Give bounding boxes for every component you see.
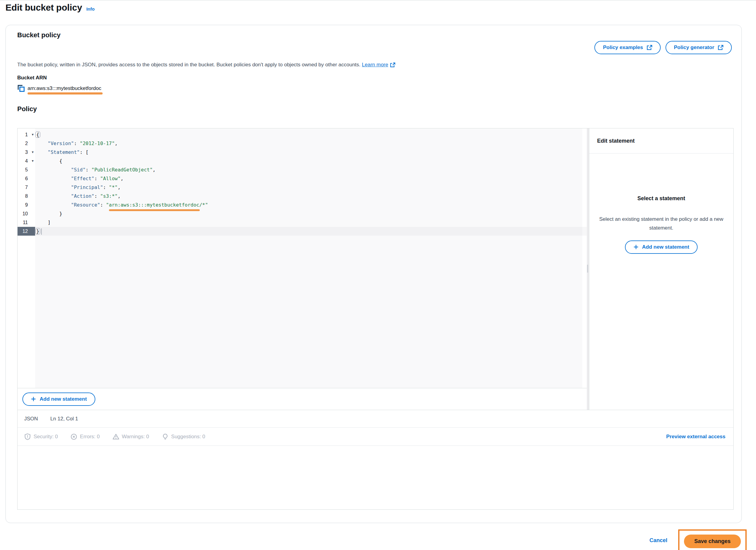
- suggestions-count-label: Suggestions: 0: [171, 434, 205, 440]
- code-line-10[interactable]: 10 }: [18, 209, 587, 218]
- policy-editor-box: 1▾{2 "Version": "2012-10-17",3▾ "Stateme…: [17, 128, 734, 510]
- code-line-7[interactable]: 7 "Principal": "*",: [18, 183, 587, 192]
- line-number: 8: [18, 192, 35, 200]
- preview-external-access-link[interactable]: Preview external access: [666, 434, 725, 440]
- add-new-statement-label: Add new statement: [40, 396, 87, 402]
- warnings-count: Warnings: 0: [113, 433, 149, 440]
- fold-arrow-icon[interactable]: ▾: [32, 148, 34, 156]
- panel-resize-handle[interactable]: [587, 128, 589, 410]
- code-line-9[interactable]: 9 "Resource": "arn:aws:s3:::mytestbucket…: [18, 200, 587, 209]
- cursor-position-label: Ln 12, Col 1: [50, 416, 78, 422]
- edit-statement-panel: Edit statement Select a statement Select…: [589, 128, 733, 410]
- container-title: Bucket policy: [17, 31, 61, 39]
- line-number: 9: [18, 200, 35, 209]
- line-number: 1▾: [18, 130, 35, 139]
- editor-row: 1▾{2 "Version": "2012-10-17",3▾ "Stateme…: [18, 128, 733, 410]
- resize-grip-icon: [587, 265, 588, 272]
- code-line-3[interactable]: 3▾ "Statement": [: [18, 148, 587, 156]
- policy-examples-label: Policy examples: [603, 44, 643, 51]
- plus-icon: [31, 397, 36, 402]
- suggestions-count: Suggestions: 0: [162, 433, 205, 440]
- code-line-text: "Effect": "Allow",: [35, 174, 123, 183]
- code-line-text: "Resource": "arn:aws:s3:::mytestbucketfo…: [35, 200, 208, 209]
- code-line-1[interactable]: 1▾{: [18, 130, 587, 139]
- description-text: The bucket policy, written in JSON, prov…: [17, 62, 360, 67]
- warnings-count-label: Warnings: 0: [122, 434, 149, 440]
- code-line-5[interactable]: 5 "Sid": "PublicReadGetObject",: [18, 165, 587, 174]
- external-link-icon: [718, 45, 723, 50]
- code-line-text: }: [35, 227, 587, 235]
- save-changes-button[interactable]: Save changes: [684, 535, 741, 548]
- code-line-text: "Sid": "PublicReadGetObject",: [35, 165, 156, 174]
- code-line-text: "Statement": [: [35, 148, 88, 156]
- errors-count-label: Errors: 0: [80, 434, 100, 440]
- bucket-policy-container: Bucket policy Policy examples Policy gen…: [5, 25, 742, 523]
- line-number: 7: [18, 183, 35, 192]
- page-title: Edit bucket policy: [5, 2, 82, 13]
- code-line-text: "Action": "s3:*",: [35, 192, 120, 200]
- code-line-12[interactable]: 12}: [18, 227, 587, 235]
- add-new-statement-button[interactable]: Add new statement: [22, 393, 95, 406]
- container-header-buttons: Policy examples Policy generator: [594, 41, 732, 54]
- code-line-text: ]: [35, 218, 51, 227]
- line-number: 3▾: [18, 148, 35, 156]
- learn-more-link[interactable]: Learn more: [362, 62, 395, 68]
- line-number: 11: [18, 218, 35, 227]
- code-lines: 1▾{2 "Version": "2012-10-17",3▾ "Stateme…: [18, 128, 587, 235]
- code-line-text: {: [35, 156, 62, 165]
- external-link-icon: [390, 62, 395, 67]
- select-statement-title: Select a statement: [637, 195, 685, 202]
- select-statement-description: Select an existing statement in the poli…: [596, 215, 726, 232]
- warning-triangle-icon: [113, 433, 119, 440]
- editor-language-label: JSON: [24, 416, 38, 422]
- text-cursor: [41, 228, 42, 235]
- bucket-arn-label: Bucket ARN: [17, 75, 47, 81]
- panel-add-new-statement-button[interactable]: Add new statement: [625, 240, 698, 254]
- policy-generator-button[interactable]: Policy generator: [666, 41, 732, 54]
- copy-arn-button[interactable]: [17, 84, 25, 92]
- lightbulb-icon: [162, 433, 169, 440]
- policy-generator-label: Policy generator: [674, 44, 714, 51]
- cancel-button[interactable]: Cancel: [649, 537, 667, 544]
- editor-status-bar: JSON Ln 12, Col 1: [18, 410, 733, 427]
- code-line-6[interactable]: 6 "Effect": "Allow",: [18, 174, 587, 183]
- container-description: The bucket policy, written in JSON, prov…: [17, 62, 395, 68]
- annotation-highlight-box: Save changes: [678, 529, 747, 550]
- line-number: 12: [18, 227, 35, 235]
- page-header: Edit bucket policy Info: [5, 2, 95, 13]
- panel-add-new-statement-label: Add new statement: [642, 244, 689, 250]
- code-line-text: }: [35, 209, 62, 218]
- line-number: 5: [18, 165, 35, 174]
- line-number: 4▾: [18, 156, 35, 165]
- code-line-11[interactable]: 11 ]: [18, 218, 587, 227]
- learn-more-label: Learn more: [362, 62, 388, 68]
- fold-arrow-icon[interactable]: ▾: [32, 130, 34, 139]
- code-line-2[interactable]: 2 "Version": "2012-10-17",: [18, 139, 587, 148]
- bucket-arn-row: arn:aws:s3:::mytestbucketfordoc: [17, 84, 101, 92]
- fold-arrow-icon[interactable]: ▾: [32, 156, 34, 165]
- security-count: Security: 0: [24, 433, 58, 440]
- circle-x-icon: [71, 433, 77, 440]
- policy-examples-button[interactable]: Policy examples: [594, 41, 660, 54]
- shield-exclaim-icon: [24, 433, 31, 440]
- edit-statement-body: Select a statement Select an existing st…: [589, 153, 733, 410]
- add-statement-row: Add new statement: [18, 388, 587, 410]
- policy-code-editor[interactable]: 1▾{2 "Version": "2012-10-17",3▾ "Stateme…: [18, 128, 587, 388]
- code-line-text: "Version": "2012-10-17",: [35, 139, 118, 148]
- footer-actions: Cancel Save changes: [649, 529, 747, 550]
- line-number: 10: [18, 209, 35, 218]
- code-line-4[interactable]: 4▾ {: [18, 156, 587, 165]
- plus-icon: [633, 244, 639, 249]
- code-line-text: "Principal": "*",: [35, 183, 120, 192]
- info-link[interactable]: Info: [86, 6, 95, 12]
- bucket-arn-value: arn:aws:s3:::mytestbucketfordoc: [28, 85, 101, 91]
- edit-bucket-policy-page: Edit bucket policy Info Bucket policy Po…: [0, 0, 756, 550]
- code-line-8[interactable]: 8 "Action": "s3:*",: [18, 192, 587, 200]
- code-line-text: {: [35, 130, 40, 139]
- security-count-label: Security: 0: [34, 434, 58, 440]
- edit-statement-title: Edit statement: [589, 128, 733, 153]
- editor-left-column: 1▾{2 "Version": "2012-10-17",3▾ "Stateme…: [18, 128, 587, 410]
- line-number: 2: [18, 139, 35, 148]
- policy-section-title: Policy: [17, 105, 37, 113]
- external-link-icon: [647, 45, 652, 50]
